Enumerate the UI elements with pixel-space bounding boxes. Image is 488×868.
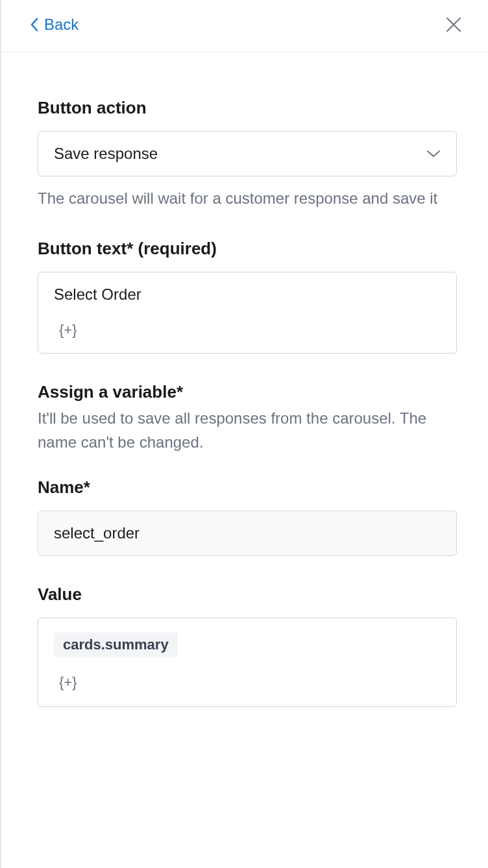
value-chip[interactable]: cards.summary [54, 633, 178, 657]
button-action-help: The carousel will wait for a customer re… [38, 187, 457, 210]
back-label: Back [44, 16, 79, 34]
close-button[interactable] [445, 16, 462, 33]
panel-header: Back [1, 0, 488, 53]
assign-variable-section: Assign a variable* It'll be used to save… [38, 382, 457, 454]
close-icon [445, 16, 462, 33]
assign-variable-label: Assign a variable* [38, 382, 457, 402]
insert-variable-button[interactable]: {+} [54, 322, 77, 339]
assign-variable-sub: It'll be used to save all responses from… [38, 406, 457, 454]
panel-content: Button action Save response The carousel… [1, 53, 488, 707]
name-input: select_order [38, 511, 457, 556]
button-text-label: Button text* (required) [38, 239, 457, 259]
name-value: select_order [54, 524, 140, 542]
chevron-left-icon [30, 18, 39, 32]
button-action-group: Button action Save response The carousel… [38, 98, 457, 210]
value-group: Value cards.summary {+} [38, 585, 457, 707]
button-text-group: Button text* (required) Select Order {+} [38, 239, 457, 354]
name-group: Name* select_order [38, 477, 457, 556]
insert-variable-button-value[interactable]: {+} [54, 674, 77, 691]
value-label: Value [38, 585, 457, 605]
insert-variable-icon: {+} [59, 674, 77, 691]
name-label: Name* [38, 477, 457, 498]
value-chip-text: cards.summary [63, 636, 169, 653]
button-action-value: Save response [54, 145, 158, 163]
button-text-input[interactable]: Select Order {+} [38, 272, 457, 354]
value-input[interactable]: cards.summary {+} [38, 618, 457, 707]
chevron-down-icon [426, 149, 441, 158]
button-action-select[interactable]: Save response [38, 131, 457, 176]
button-action-label: Button action [38, 98, 457, 118]
button-text-value: Select Order [54, 285, 441, 304]
insert-variable-icon: {+} [59, 322, 77, 339]
back-button[interactable]: Back [30, 16, 79, 34]
